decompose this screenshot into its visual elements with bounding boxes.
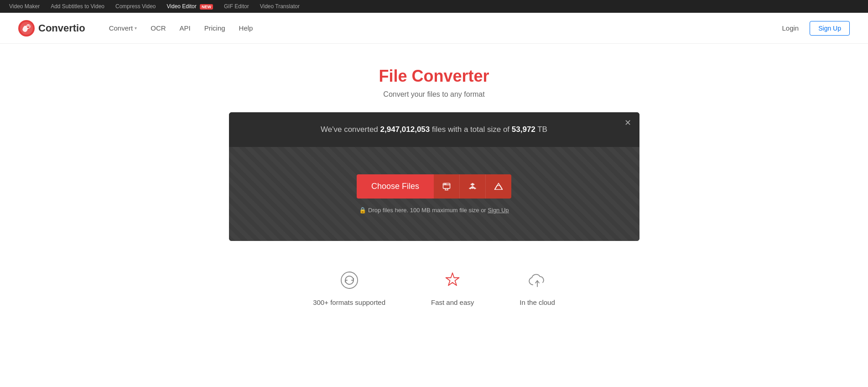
google-drive-button[interactable] — [485, 174, 511, 199]
page-title: File Converter — [9, 67, 859, 86]
feature-icon-cloud — [525, 268, 549, 292]
header-actions: Login Sign Up — [776, 21, 850, 36]
stats-text-after: TB — [535, 125, 547, 134]
main-nav: Convert ▾ OCR API Pricing Help — [104, 21, 777, 36]
choose-files-row: Choose Files — [357, 174, 511, 199]
stats-files-count: 2,947,012,053 — [380, 125, 430, 134]
topbar-video-translator[interactable]: Video Translator — [260, 3, 300, 10]
svg-marker-7 — [446, 273, 459, 286]
lock-icon: 🔒 — [359, 207, 366, 214]
header: Convertio Convert ▾ OCR API Pricing Help… — [0, 13, 868, 44]
dropbox-button[interactable] — [459, 174, 485, 199]
nav-api[interactable]: API — [174, 21, 196, 36]
svg-point-4 — [444, 183, 445, 184]
close-button[interactable]: ✕ — [624, 119, 631, 127]
feature-fast: Fast and easy — [431, 268, 474, 306]
logo-text: Convertio — [38, 22, 85, 34]
feature-label-formats: 300+ formats supported — [313, 298, 385, 306]
converter-stats: We've converted 2,947,012,053 files with… — [229, 112, 639, 147]
svg-point-6 — [341, 272, 358, 288]
hero-subtitle: Convert your files to any format — [9, 90, 859, 99]
star-icon — [442, 269, 463, 291]
feature-icon-formats — [338, 268, 361, 292]
google-drive-icon — [494, 182, 503, 191]
stats-text-before: We've converted — [321, 125, 380, 134]
topbar-add-subtitles[interactable]: Add Subtitles to Video — [51, 3, 104, 10]
topbar-video-editor[interactable]: Video Editor NEW — [167, 3, 213, 10]
feature-label-fast: Fast and easy — [431, 298, 474, 306]
feature-icon-fast — [441, 268, 464, 292]
nav-help[interactable]: Help — [234, 21, 259, 36]
svg-point-5 — [446, 183, 446, 184]
feature-cloud: In the cloud — [520, 268, 555, 306]
topbar-video-maker[interactable]: Video Maker — [9, 3, 40, 10]
feature-formats: 300+ formats supported — [313, 268, 385, 306]
url-import-button[interactable] — [434, 174, 459, 199]
dropbox-icon — [468, 182, 477, 191]
hero-section: File Converter Convert your files to any… — [0, 44, 868, 112]
refresh-icon — [338, 269, 360, 291]
nav-ocr[interactable]: OCR — [145, 21, 171, 36]
chevron-down-icon: ▾ — [135, 26, 137, 31]
features-section: 300+ formats supported Fast and easy In … — [0, 241, 868, 324]
feature-label-cloud: In the cloud — [520, 298, 555, 306]
topbar-compress-video[interactable]: Compress Video — [115, 3, 156, 10]
nav-pricing[interactable]: Pricing — [199, 21, 231, 36]
drop-hint: 🔒 Drop files here. 100 MB maximum file s… — [238, 207, 630, 214]
top-bar: Video Maker Add Subtitles to Video Compr… — [0, 0, 868, 13]
url-icon — [442, 182, 451, 191]
logo[interactable]: Convertio — [18, 20, 85, 37]
new-badge: NEW — [200, 4, 213, 10]
choose-files-button[interactable]: Choose Files — [357, 174, 434, 199]
signup-link[interactable]: Sign Up — [488, 207, 509, 214]
stats-size-count: 53,972 — [512, 125, 535, 134]
stats-text-middle: files with a total size of — [430, 125, 512, 134]
converter-box: ✕ We've converted 2,947,012,053 files wi… — [229, 112, 639, 241]
nav-convert[interactable]: Convert ▾ — [104, 21, 143, 36]
cloud-upload-icon — [526, 269, 548, 291]
topbar-gif-editor[interactable]: GIF Editor — [224, 3, 249, 10]
signup-button[interactable]: Sign Up — [810, 21, 850, 36]
login-button[interactable]: Login — [776, 21, 804, 36]
logo-icon — [18, 20, 35, 37]
drop-area[interactable]: Choose Files — [229, 147, 639, 241]
